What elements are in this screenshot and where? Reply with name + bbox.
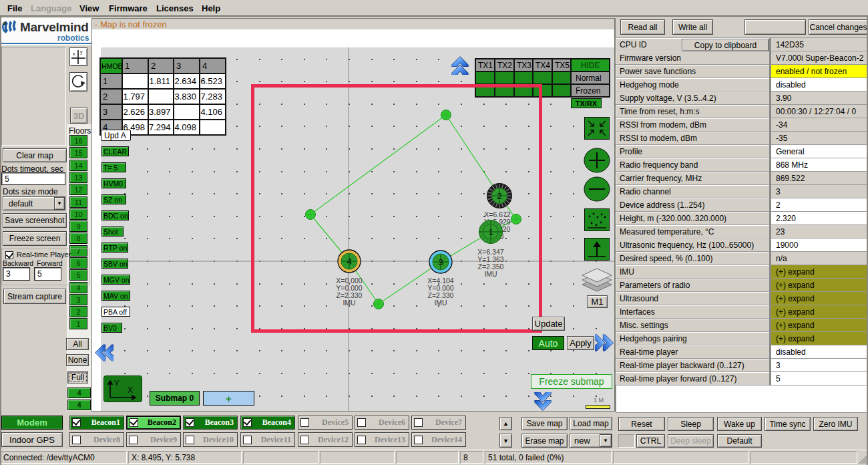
svg-text:Y: Y [114, 379, 120, 388]
svg-text:y: y [80, 49, 83, 55]
svg-text:X: X [128, 385, 133, 395]
svg-text:x: x [73, 51, 75, 56]
